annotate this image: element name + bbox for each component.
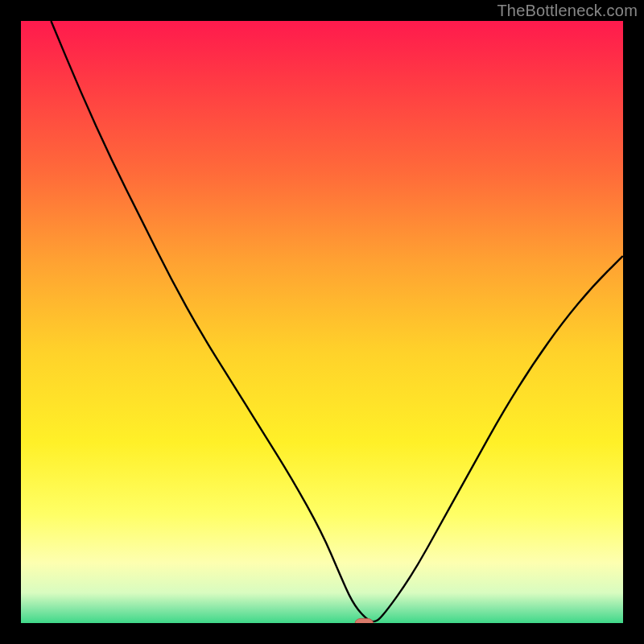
chart-frame: TheBottleneck.com <box>0 0 644 644</box>
watermark: TheBottleneck.com <box>497 2 638 20</box>
optimal-marker <box>355 618 373 623</box>
watermark-text: TheBottleneck.com <box>497 2 638 19</box>
plot-area <box>21 21 623 623</box>
bottleneck-chart <box>21 21 623 623</box>
